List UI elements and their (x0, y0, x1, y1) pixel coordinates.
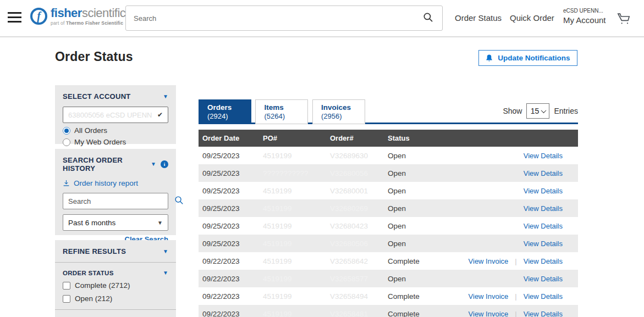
view-invoice-link[interactable]: View Invoice (469, 257, 509, 265)
row-actions: View Details (465, 240, 578, 248)
chevron-down-icon: ▼ (163, 270, 168, 276)
view-details-link[interactable]: View Details (524, 187, 563, 195)
view-details-link[interactable]: View Details (524, 152, 563, 160)
tab-invoices[interactable]: Invoices (2956) (312, 99, 365, 124)
caret-down-icon: ▼ (157, 220, 163, 226)
view-details-link[interactable]: View Details (524, 275, 563, 283)
order-number-cell: V32680423 (330, 222, 388, 230)
chevron-down-icon (541, 108, 547, 113)
update-notifications-label: Update Notifications (498, 54, 570, 62)
table-row: 09/25/2023 4519199 V32680506 Open View D… (199, 235, 578, 252)
page-title: Order Status (55, 49, 133, 64)
checkbox-icon (63, 295, 70, 303)
entries-label: Entries (554, 107, 578, 115)
row-actions: View Details (465, 275, 578, 283)
order-history-search (63, 193, 168, 209)
table-body: 09/25/2023 4519199 V32689630 Open View D… (199, 147, 578, 317)
filter-complete-label: Complete (2712) (75, 281, 130, 290)
table-row: 09/22/2023 4519199 V32658577 Open View D… (199, 270, 578, 287)
fisher-scientific-logo[interactable]: f fisherscientific part of Thermo Fisher… (30, 7, 125, 26)
order-history-report-link[interactable]: Order history report (63, 179, 168, 187)
row-actions: View Details (465, 169, 578, 177)
radio-my-web-orders[interactable]: My Web Orders (63, 138, 168, 146)
order-history-report-label: Order history report (74, 179, 138, 187)
entries-per-page-select[interactable]: 15 (526, 103, 549, 119)
search-icon[interactable] (170, 196, 188, 207)
view-details-link[interactable]: View Details (524, 204, 563, 213)
status-cell: Open (388, 240, 465, 248)
top-header: f fisherscientific part of Thermo Fisher… (0, 0, 644, 37)
view-details-link[interactable]: View Details (524, 257, 563, 265)
account-select[interactable]: 638005056 eCSD UPENN ✔ (63, 107, 168, 123)
divider (55, 262, 176, 263)
order-date-cell: 09/25/2023 (202, 240, 263, 248)
status-cell: Complete (388, 257, 465, 265)
radio-all-orders-label: All Orders (74, 126, 107, 135)
link-separator: | (515, 257, 516, 265)
tab-orders[interactable]: Orders (2924) (199, 99, 251, 124)
divider (55, 309, 176, 310)
row-actions: View Invoice | View Details (465, 292, 578, 301)
search-order-history-header[interactable]: SEARCH ORDER HISTORY ▼ i (63, 156, 168, 173)
global-search-input[interactable] (126, 14, 414, 23)
select-account-header[interactable]: SELECT ACCOUNT ▼ (63, 92, 168, 101)
refine-results-header[interactable]: REFINE RESULTS ▼ (63, 247, 168, 255)
view-details-link[interactable]: View Details (524, 310, 563, 317)
status-cell: Open (388, 187, 465, 195)
status-cell: Open (388, 152, 465, 160)
show-label: Show (503, 107, 522, 115)
po-number-cell: 4519199 (263, 152, 330, 160)
update-notifications-button[interactable]: Update Notifications (478, 50, 577, 66)
status-cell: Open (388, 204, 465, 213)
view-details-link[interactable]: View Details (524, 222, 563, 230)
order-status-filter-header[interactable]: ORDER STATUS ▼ (63, 270, 168, 276)
row-actions: View Details (465, 204, 578, 213)
po-number-cell: 4519199 (263, 310, 330, 317)
radio-all-orders[interactable]: All Orders (63, 126, 168, 135)
po-number-cell: 4519199 (263, 222, 330, 230)
info-icon[interactable]: i (161, 160, 168, 168)
po-number-cell: 4519199 (263, 204, 330, 213)
tab-items[interactable]: Items (5264) (255, 99, 308, 124)
nav-quick-order[interactable]: Quick Order (510, 13, 554, 23)
date-range-value: Past 6 months (68, 219, 157, 227)
my-account-menu[interactable]: eCSD UPENN... My Account (563, 8, 606, 25)
link-separator: | (515, 310, 516, 317)
radio-unselected-icon (63, 138, 70, 146)
table-row: 09/25/2023 4519199 V32680423 Open View D… (199, 217, 578, 235)
date-range-select[interactable]: Past 6 months ▼ (63, 214, 168, 231)
view-invoice-link[interactable]: View Invoice (469, 292, 509, 301)
show-entries: Show 15 Entries (503, 103, 578, 119)
order-number-cell: V32680269 (330, 204, 388, 213)
hamburger-menu-icon[interactable] (8, 12, 21, 24)
order-history-search-input[interactable] (63, 197, 170, 205)
table-header: Order Date PO# Order# Status (199, 130, 578, 147)
link-separator: | (515, 292, 516, 301)
row-actions: View Details (465, 187, 578, 195)
order-date-cell: 09/25/2023 (202, 204, 263, 213)
view-details-link[interactable]: View Details (524, 169, 563, 177)
po-number-cell: 4519199 (263, 275, 330, 283)
nav-order-status[interactable]: Order Status (455, 13, 502, 23)
order-number-cell: V32680056 (330, 169, 388, 177)
order-date-cell: 09/22/2023 (202, 257, 263, 265)
order-number-cell: V32658642 (330, 257, 388, 265)
order-number-cell: V32680001 (330, 187, 388, 195)
view-invoice-link[interactable]: View Invoice (469, 310, 509, 317)
view-details-link[interactable]: View Details (524, 292, 563, 301)
chevron-down-icon: ▼ (151, 162, 156, 167)
refine-results-heading: REFINE RESULTS (63, 247, 126, 255)
checkmark-icon: ✔ (157, 111, 163, 119)
order-number-cell: V32658481 (330, 310, 388, 317)
main-content: Orders (2924) Items (5264) Invoices (295… (199, 99, 578, 317)
filter-open-checkbox[interactable]: Open (212) (63, 294, 168, 303)
row-actions: View Invoice | View Details (465, 310, 578, 317)
cart-icon[interactable] (615, 11, 632, 28)
chevron-down-icon: ▼ (163, 94, 168, 99)
view-details-link[interactable]: View Details (524, 240, 563, 248)
search-icon[interactable] (414, 12, 442, 24)
logo-f-icon: f (30, 8, 47, 25)
order-date-cell: 09/25/2023 (202, 152, 263, 160)
chevron-down-icon: ▼ (163, 249, 168, 254)
filter-complete-checkbox[interactable]: Complete (2712) (63, 281, 168, 290)
